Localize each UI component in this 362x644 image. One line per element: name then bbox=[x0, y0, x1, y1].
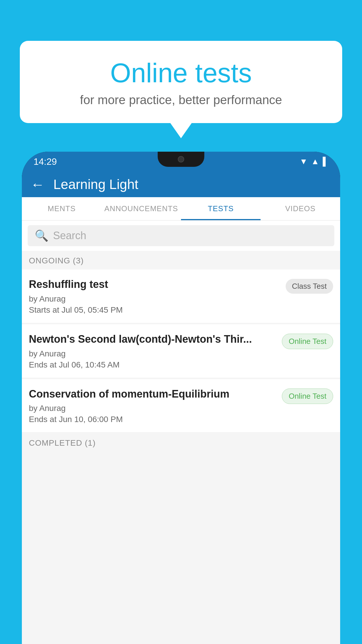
test-time-reshuffling: Starts at Jul 05, 05:45 PM bbox=[29, 305, 281, 315]
test-info-conservation: Conservation of momentum-Equilibrium by … bbox=[29, 387, 282, 424]
test-author-reshuffling: by Anurag bbox=[29, 294, 281, 304]
tabs-bar: MENTS ANNOUNCEMENTS TESTS VIDEOS bbox=[22, 197, 340, 220]
tab-videos[interactable]: VIDEOS bbox=[261, 197, 340, 220]
battery-icon: ▌ bbox=[323, 157, 328, 166]
search-input-container[interactable]: 🔍 Search bbox=[28, 225, 334, 246]
app-header: ← Learning Light bbox=[22, 172, 340, 197]
bubble-subtitle: for more practice, better performance bbox=[34, 93, 328, 107]
test-time-newtons: Ends at Jul 06, 10:45 AM bbox=[29, 360, 277, 370]
badge-online-test-conservation: Online Test bbox=[282, 388, 333, 404]
search-bar: 🔍 Search bbox=[22, 220, 340, 251]
bubble-title: Online tests bbox=[34, 58, 328, 88]
phone-content: MENTS ANNOUNCEMENTS TESTS VIDEOS 🔍 Searc… bbox=[22, 197, 340, 644]
badge-online-test-newtons: Online Test bbox=[282, 334, 333, 349]
back-button[interactable]: ← bbox=[31, 176, 45, 192]
status-bar: 14:29 ▼ ▲ ▌ bbox=[22, 152, 340, 172]
test-card-newtons[interactable]: Newton's Second law(contd)-Newton's Thir… bbox=[22, 324, 340, 378]
front-camera bbox=[178, 156, 184, 162]
test-card-conservation[interactable]: Conservation of momentum-Equilibrium by … bbox=[22, 379, 340, 433]
test-name-newtons: Newton's Second law(contd)-Newton's Thir… bbox=[29, 332, 277, 346]
status-time: 14:29 bbox=[34, 156, 57, 167]
test-name-conservation: Conservation of momentum-Equilibrium bbox=[29, 387, 277, 401]
app-title: Learning Light bbox=[53, 176, 138, 192]
phone-frame: 14:29 ▼ ▲ ▌ ← Learning Light MENTS ANNOU… bbox=[22, 152, 340, 644]
notch bbox=[158, 152, 204, 167]
wifi-icon: ▼ bbox=[300, 157, 308, 166]
tab-ments[interactable]: MENTS bbox=[22, 197, 101, 220]
speech-bubble: Online tests for more practice, better p… bbox=[20, 41, 342, 123]
test-info-newtons: Newton's Second law(contd)-Newton's Thir… bbox=[29, 332, 282, 370]
ongoing-section-label: ONGOING (3) bbox=[22, 251, 340, 269]
test-author-conservation: by Anurag bbox=[29, 404, 277, 413]
test-author-newtons: by Anurag bbox=[29, 349, 277, 358]
badge-class-test: Class Test bbox=[286, 279, 333, 294]
status-icons: ▼ ▲ ▌ bbox=[300, 157, 328, 166]
completed-section-label: COMPLETED (1) bbox=[22, 433, 340, 451]
test-info-reshuffling: Reshuffling test by Anurag Starts at Jul… bbox=[29, 278, 286, 315]
test-card-reshuffling[interactable]: Reshuffling test by Anurag Starts at Jul… bbox=[22, 270, 340, 323]
search-icon: 🔍 bbox=[35, 229, 48, 242]
test-time-conservation: Ends at Jun 10, 06:00 PM bbox=[29, 415, 277, 424]
signal-icon: ▲ bbox=[311, 157, 319, 166]
tab-tests[interactable]: TESTS bbox=[181, 197, 261, 220]
test-name-reshuffling: Reshuffling test bbox=[29, 278, 281, 291]
tab-announcements[interactable]: ANNOUNCEMENTS bbox=[101, 197, 181, 220]
search-placeholder: Search bbox=[53, 230, 86, 242]
